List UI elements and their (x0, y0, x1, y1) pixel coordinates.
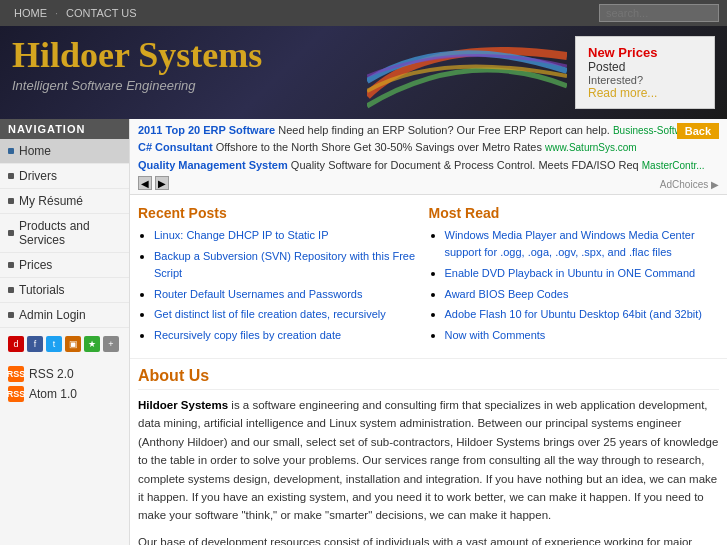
about-title: About Us (138, 367, 719, 390)
promo-posted: Posted (588, 60, 702, 74)
list-item: Recursively copy files by creation date (154, 327, 429, 344)
post-link[interactable]: Linux: Change DHCP IP to Static IP (154, 229, 328, 241)
main-layout: NAVIGATION Home Drivers My Résumé Produc… (0, 119, 727, 545)
promo-interested: Interested? (588, 74, 702, 86)
sidebar-item-products-label: Products and Services (19, 219, 121, 247)
sidebar-item-drivers-label: Drivers (19, 169, 57, 183)
ad-next-button[interactable]: ▶ (155, 176, 169, 190)
ad-source-3: MasterContr... (642, 160, 705, 171)
post-link[interactable]: Windows Media Player and Windows Media C… (445, 229, 695, 258)
nav-bullet (8, 287, 14, 293)
search-container (599, 4, 719, 22)
sidebar-item-admin-label: Admin Login (19, 308, 86, 322)
atom-link[interactable]: RSS Atom 1.0 (8, 386, 121, 402)
post-link[interactable]: Enable DVD Playback in Ubuntu in ONE Com… (445, 267, 696, 279)
nav-home[interactable]: HOME (8, 5, 53, 21)
sidebar-item-resume[interactable]: My Résumé (0, 189, 129, 214)
list-item: Backup a Subversion (SVN) Repository wit… (154, 248, 429, 282)
site-title: Hildoer Systems (12, 36, 575, 76)
ads-bar: Back 2011 Top 20 ERP Software Need help … (130, 119, 727, 195)
promo-readmore-link[interactable]: Read more... (588, 86, 657, 100)
post-link[interactable]: Recursively copy files by creation date (154, 329, 341, 341)
back-button[interactable]: Back (677, 123, 719, 139)
sidebar-item-prices[interactable]: Prices (0, 253, 129, 278)
ad-choices[interactable]: AdChoices ▶ (660, 179, 719, 190)
sidebar-item-home[interactable]: Home (0, 139, 129, 164)
nav-bullet (8, 312, 14, 318)
posts-section: Recent Posts Linux: Change DHCP IP to St… (130, 195, 727, 359)
most-read-list: Windows Media Player and Windows Media C… (429, 227, 720, 344)
list-item: Award BIOS Beep Codes (445, 286, 720, 303)
ad-row-2: C# Consultant Offshore to the North Shor… (138, 140, 719, 155)
sidebar-item-drivers[interactable]: Drivers (0, 164, 129, 189)
list-item: Get distinct list of file creation dates… (154, 306, 429, 323)
content-area: Back 2011 Top 20 ERP Software Need help … (130, 119, 727, 545)
more-icon[interactable]: + (103, 336, 119, 352)
ad-link-2[interactable]: C# Consultant (138, 141, 213, 153)
rss-icon: RSS (8, 366, 24, 382)
list-item: Windows Media Player and Windows Media C… (445, 227, 720, 261)
rss-label: RSS 2.0 (29, 367, 74, 381)
logo-area: Hildoer Systems Intelligent Software Eng… (12, 36, 575, 109)
post-link[interactable]: Backup a Subversion (SVN) Repository wit… (154, 250, 415, 279)
rss-link[interactable]: RSS RSS 2.0 (8, 366, 121, 382)
atom-icon: RSS (8, 386, 24, 402)
site-header: Hildoer Systems Intelligent Software Eng… (0, 26, 727, 119)
sidebar-item-tutorials[interactable]: Tutorials (0, 278, 129, 303)
twitter-icon[interactable]: t (46, 336, 62, 352)
promo-title: New Prices (588, 45, 702, 60)
post-link[interactable]: Award BIOS Beep Codes (445, 288, 569, 300)
ad-controls: ◀ ▶ (138, 176, 719, 190)
about-section: About Us Hildoer Systems is a software e… (130, 359, 727, 545)
ad-row-3: Quality Management System Quality Softwa… (138, 158, 719, 173)
nav-bullet (8, 230, 14, 236)
rss-links: RSS RSS 2.0 RSS Atom 1.0 (0, 360, 129, 412)
most-read-title: Most Read (429, 205, 720, 221)
about-text: Hildoer Systems is a software engineerin… (138, 396, 719, 545)
top-navigation: HOME · CONTACT US (0, 0, 727, 26)
post-link[interactable]: Now with Comments (445, 329, 546, 341)
nav-title: NAVIGATION (0, 119, 129, 139)
sidebar: NAVIGATION Home Drivers My Résumé Produc… (0, 119, 130, 545)
nav-bullet (8, 148, 14, 154)
bookmark-icon[interactable]: ★ (84, 336, 100, 352)
recent-posts: Recent Posts Linux: Change DHCP IP to St… (138, 205, 429, 348)
digg-icon[interactable]: ▣ (65, 336, 81, 352)
search-input[interactable] (599, 4, 719, 22)
post-link[interactable]: Router Default Usernames and Passwords (154, 288, 362, 300)
ad-source-2: www.SaturnSys.com (545, 142, 637, 153)
list-item: Now with Comments (445, 327, 720, 344)
delicious-icon[interactable]: d (8, 336, 24, 352)
list-item: Linux: Change DHCP IP to Static IP (154, 227, 429, 244)
list-item: Enable DVD Playback in Ubuntu in ONE Com… (445, 265, 720, 282)
ad-prev-button[interactable]: ◀ (138, 176, 152, 190)
most-read: Most Read Windows Media Player and Windo… (429, 205, 720, 348)
ad-text-1: Need help finding an ERP Solution? Our F… (278, 124, 610, 136)
list-item: Adobe Flash 10 for Ubuntu Desktop 64bit … (445, 306, 720, 323)
recent-posts-title: Recent Posts (138, 205, 429, 221)
ad-link-3[interactable]: Quality Management System (138, 159, 288, 171)
promo-box: New Prices Posted Interested? Read more.… (575, 36, 715, 109)
sidebar-item-resume-label: My Résumé (19, 194, 83, 208)
ad-text-2: Offshore to the North Shore Get 30-50% S… (216, 141, 542, 153)
sidebar-item-tutorials-label: Tutorials (19, 283, 65, 297)
ad-row-1: 2011 Top 20 ERP Software Need help findi… (138, 123, 719, 138)
sidebar-item-admin[interactable]: Admin Login (0, 303, 129, 328)
nav-bullet (8, 198, 14, 204)
recent-posts-list: Linux: Change DHCP IP to Static IP Backu… (138, 227, 429, 344)
facebook-icon[interactable]: f (27, 336, 43, 352)
social-icons: d f t ▣ ★ + (0, 328, 129, 360)
atom-label: Atom 1.0 (29, 387, 77, 401)
list-item: Router Default Usernames and Passwords (154, 286, 429, 303)
about-para-2: Our base of development resources consis… (138, 533, 719, 545)
sidebar-item-products[interactable]: Products and Services (0, 214, 129, 253)
sidebar-item-prices-label: Prices (19, 258, 52, 272)
ad-text-3: Quality Software for Document & Process … (291, 159, 639, 171)
ad-link-1[interactable]: 2011 Top 20 ERP Software (138, 124, 275, 136)
nav-contact[interactable]: CONTACT US (60, 5, 143, 21)
post-link[interactable]: Get distinct list of file creation dates… (154, 308, 386, 320)
nav-bullet (8, 173, 14, 179)
post-link[interactable]: Adobe Flash 10 for Ubuntu Desktop 64bit … (445, 308, 702, 320)
sidebar-item-home-label: Home (19, 144, 51, 158)
site-subtitle: Intelligent Software Engineering (12, 78, 575, 93)
